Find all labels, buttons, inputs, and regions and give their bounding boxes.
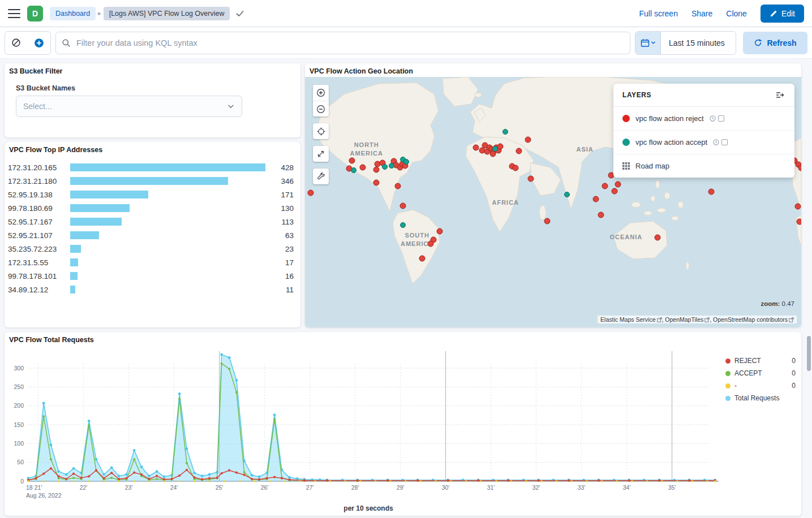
map-zoom-out-button[interactable] <box>313 101 329 116</box>
reject-geo-point[interactable] <box>654 234 660 240</box>
date-quick-select-button[interactable] <box>635 32 661 54</box>
ip-bar[interactable] <box>70 163 265 171</box>
reject-geo-point[interactable] <box>797 219 801 225</box>
reject-geo-point[interactable] <box>794 204 801 210</box>
time-range-display[interactable]: Last 15 minutes <box>661 32 736 54</box>
kql-search-input[interactable] <box>75 38 624 48</box>
reject-geo-point[interactable] <box>373 166 380 172</box>
search-icon <box>62 38 71 48</box>
ip-row: 99.78.180.69130 <box>8 201 294 215</box>
accept-geo-point[interactable] <box>389 163 394 169</box>
reject-geo-point[interactable] <box>544 218 550 225</box>
legend-item[interactable]: -0 <box>725 379 796 392</box>
ip-bar[interactable] <box>70 204 265 212</box>
ip-bar[interactable] <box>70 258 265 266</box>
breadcrumb: Dashboard ▸ [Logs AWS] VPC Flow Log Over… <box>50 7 244 20</box>
layer-clock-icon <box>710 115 716 122</box>
ip-bar[interactable] <box>70 177 265 185</box>
collapse-layers-icon[interactable] <box>774 89 785 101</box>
legend-item[interactable]: REJECT0 <box>725 355 796 367</box>
map-fit-bounds-button[interactable] <box>313 146 329 162</box>
reject-geo-point[interactable] <box>798 165 802 171</box>
accept-geo-point[interactable] <box>400 222 406 228</box>
kql-search-box <box>55 32 630 54</box>
ip-bar[interactable] <box>70 191 265 198</box>
share-link[interactable]: Share <box>691 9 712 18</box>
breadcrumb-current-dashboard[interactable]: [Logs AWS] VPC Flow Log Overview <box>104 7 230 20</box>
reject-geo-point[interactable] <box>708 188 715 195</box>
top-ip-addresses-panel: VPC Flow Top IP Addresses 172.31.20.1654… <box>5 142 300 327</box>
accept-layer-checkbox[interactable] <box>721 139 728 145</box>
reject-geo-point[interactable] <box>419 256 425 262</box>
accept-geo-point[interactable] <box>564 192 570 197</box>
map-tools-button[interactable] <box>313 169 329 184</box>
reject-geo-point[interactable] <box>307 190 313 196</box>
svg-text:0: 0 <box>20 478 24 485</box>
breadcrumb-dashboard[interactable]: Dashboard <box>50 7 96 20</box>
attribution-link[interactable]: OpenMapTiles <box>665 316 710 323</box>
reject-layer-checkbox[interactable] <box>718 115 724 122</box>
geo-map[interactable]: LAYERS vpc flow action reject vpc flow <box>305 77 801 327</box>
accept-geo-point[interactable] <box>403 159 409 165</box>
scrollbar-thumb[interactable] <box>807 336 811 371</box>
reject-geo-point[interactable] <box>359 164 366 170</box>
reject-geo-point[interactable] <box>528 175 534 182</box>
accept-geo-point[interactable] <box>502 129 508 135</box>
reject-geo-point[interactable] <box>373 179 380 185</box>
svg-text:30': 30' <box>442 484 450 491</box>
reject-geo-point[interactable] <box>515 148 522 154</box>
ip-bar[interactable] <box>70 286 265 293</box>
filters-button[interactable] <box>10 37 22 49</box>
edit-button[interactable]: Edit <box>761 5 804 23</box>
reject-geo-point[interactable] <box>592 196 599 202</box>
reject-geo-point[interactable] <box>472 144 479 150</box>
ip-value: 130 <box>270 204 294 213</box>
attribution-link[interactable]: OpenStreetMap contributors <box>713 316 794 323</box>
layer-row-roadmap[interactable]: Road map <box>613 154 794 178</box>
svg-text:25': 25' <box>216 484 224 491</box>
menu-hamburger-icon[interactable] <box>8 9 20 18</box>
ip-bar[interactable] <box>70 218 265 226</box>
clone-link[interactable]: Clone <box>726 9 747 18</box>
svg-text:32': 32' <box>532 484 540 491</box>
accept-geo-point[interactable] <box>492 146 498 152</box>
reject-geo-point[interactable] <box>436 228 442 234</box>
svg-text:150: 150 <box>14 421 24 428</box>
reject-geo-point[interactable] <box>427 241 433 247</box>
reject-geo-point[interactable] <box>394 183 401 189</box>
ip-bar[interactable] <box>70 272 265 280</box>
s3-bucket-select[interactable]: Select... <box>16 96 242 117</box>
space-avatar[interactable]: D <box>27 6 43 21</box>
add-control-button[interactable] <box>33 37 45 49</box>
reject-geo-point[interactable] <box>612 188 618 195</box>
reject-geo-point[interactable] <box>490 151 496 157</box>
external-link-icon <box>789 317 794 322</box>
fullscreen-link[interactable]: Full screen <box>639 9 677 18</box>
layer-row-accept[interactable]: vpc flow action accept <box>613 131 794 154</box>
reject-geo-point[interactable] <box>602 183 608 189</box>
accept-geo-point[interactable] <box>351 167 356 173</box>
requests-chart-svg[interactable]: 05010015020025030021'22'23'24'25'26'27'2… <box>7 349 725 513</box>
ip-bar[interactable] <box>70 245 265 253</box>
ip-value: 16 <box>270 272 294 280</box>
reject-geo-point[interactable] <box>525 137 531 143</box>
map-zoom-in-button[interactable] <box>313 85 329 101</box>
reject-geo-point[interactable] <box>598 212 604 218</box>
ip-bar[interactable] <box>70 231 265 239</box>
reject-geo-point[interactable] <box>349 157 355 163</box>
ip-row: 172.31.20.165428 <box>8 161 294 174</box>
attribution-link[interactable]: Elastic Maps Service <box>600 316 661 323</box>
accept-geo-point[interactable] <box>382 164 388 170</box>
legend-item[interactable]: ACCEPT0 <box>725 367 796 379</box>
reject-geo-point[interactable] <box>399 203 406 209</box>
legend-label: ACCEPT <box>734 369 762 377</box>
reject-geo-point[interactable] <box>512 165 518 171</box>
legend-item[interactable]: Total Requests <box>725 392 796 404</box>
legend-value: 0 <box>792 357 796 365</box>
ip-value: 11 <box>270 286 294 294</box>
reject-geo-point[interactable] <box>615 182 621 188</box>
layer-row-reject[interactable]: vpc flow action reject <box>613 107 794 131</box>
refresh-button[interactable]: Refresh <box>743 32 807 54</box>
map-set-view-button[interactable] <box>313 123 329 139</box>
svg-text:28': 28' <box>351 484 359 491</box>
